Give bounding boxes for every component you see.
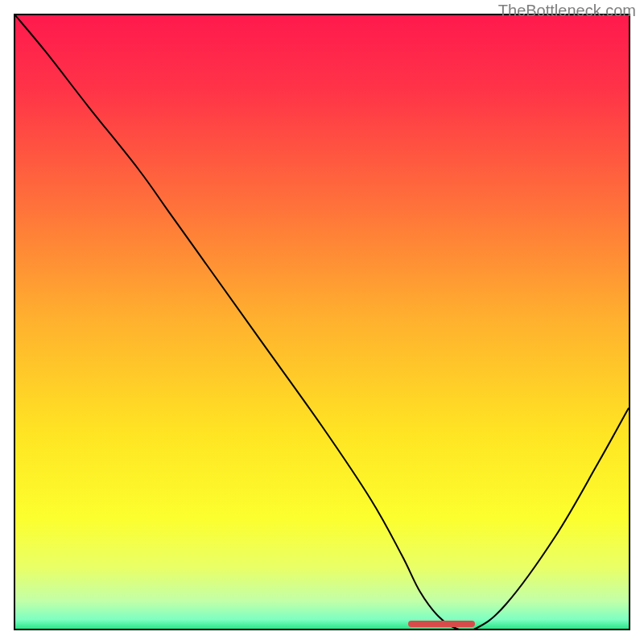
optimal-range-marker bbox=[408, 621, 476, 627]
chart-plot-area bbox=[14, 14, 630, 630]
bottleneck-curve bbox=[15, 15, 629, 629]
watermark-text: TheBottleneck.com bbox=[498, 2, 636, 20]
